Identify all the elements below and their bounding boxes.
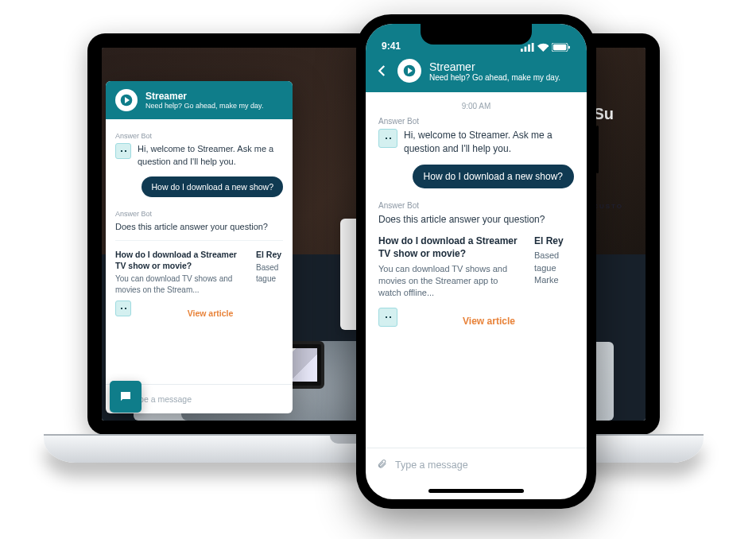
chat-subtitle: Need help? Go ahead, make my day. bbox=[145, 102, 263, 110]
phone-notch bbox=[421, 24, 532, 45]
bot-welcome-text: Hi, welcome to Streamer. Ask me a questi… bbox=[404, 129, 574, 157]
stage: to Streamer Su we help? CUSTO Troublesho… bbox=[0, 0, 756, 539]
bot-label: Answer Bot bbox=[115, 132, 283, 140]
article-snippet-2: Based tague Marke bbox=[534, 250, 574, 286]
cellular-icon bbox=[521, 43, 534, 52]
article-suggestion-row: How do I download a Streamer TV show or … bbox=[115, 240, 283, 296]
chat-header-text: Streamer Need help? Go ahead, make my da… bbox=[145, 91, 263, 110]
phone-chat-subtitle: Need help? Go ahead, make my day. bbox=[429, 73, 560, 82]
status-icons bbox=[521, 43, 571, 52]
svg-rect-3 bbox=[528, 45, 530, 52]
article-card-2[interactable]: El Rey Based tague bbox=[256, 249, 283, 296]
article-card-1[interactable]: How do I download a Streamer TV show or … bbox=[378, 235, 520, 300]
article-card-1[interactable]: How do I download a Streamer TV show or … bbox=[115, 249, 248, 296]
bot-followup-text: Does this article answer your question? bbox=[115, 221, 283, 234]
chat-body: Answer Bot Hi, welcome to Streamer. Ask … bbox=[106, 119, 293, 384]
svg-rect-4 bbox=[532, 43, 534, 52]
bot-message-row: Hi, welcome to Streamer. Ask me a questi… bbox=[115, 143, 283, 169]
bot-avatar-icon bbox=[378, 308, 397, 327]
phone-chat-message-input[interactable] bbox=[395, 460, 576, 471]
wifi-icon bbox=[537, 43, 549, 52]
brand-logo-icon bbox=[115, 89, 138, 111]
article-title: How do I download a Streamer TV show or … bbox=[115, 249, 248, 271]
chat-header: Streamer Need help? Go ahead, make my da… bbox=[106, 81, 293, 119]
svg-rect-1 bbox=[521, 48, 523, 52]
view-article-link[interactable]: View article bbox=[404, 316, 574, 327]
article-snippet: You can download TV shows and movies on … bbox=[378, 263, 520, 300]
article-title-2: El Rey bbox=[256, 249, 283, 260]
bot-label-2: Answer Bot bbox=[115, 210, 283, 218]
phone-chat-input-bar bbox=[366, 448, 587, 482]
chat-widget: Streamer Need help? Go ahead, make my da… bbox=[106, 81, 293, 413]
svg-rect-7 bbox=[568, 46, 570, 49]
thread-timestamp: 9:00 AM bbox=[378, 102, 574, 111]
status-time: 9:41 bbox=[382, 41, 401, 52]
view-article-row: View article bbox=[115, 301, 283, 321]
phone-device: 9:41 Streamer Need help? Go ahead, make … bbox=[356, 14, 596, 509]
bot-welcome-text: Hi, welcome to Streamer. Ask me a questi… bbox=[138, 143, 283, 169]
home-indicator[interactable] bbox=[366, 482, 587, 499]
article-title: How do I download a Streamer TV show or … bbox=[378, 235, 520, 260]
chat-message-input[interactable] bbox=[130, 394, 285, 404]
svg-rect-2 bbox=[525, 47, 527, 52]
bot-avatar-icon bbox=[378, 129, 397, 148]
article-title-2: El Rey bbox=[534, 235, 574, 247]
chat-launcher-button[interactable] bbox=[110, 381, 142, 413]
article-card-2[interactable]: El Rey Based tague Marke bbox=[534, 235, 574, 300]
view-article-link[interactable]: View article bbox=[138, 308, 283, 318]
article-suggestion-row[interactable]: How do I download a Streamer TV show or … bbox=[378, 235, 574, 300]
phone-chat-header: Streamer Need help? Go ahead, make my da… bbox=[366, 52, 587, 92]
bot-label-2: Answer Bot bbox=[378, 201, 574, 210]
phone-header-text: Streamer Need help? Go ahead, make my da… bbox=[429, 60, 560, 82]
section-label: CUSTO bbox=[593, 203, 623, 210]
view-article-row: View article bbox=[378, 308, 574, 330]
bot-message-row: Hi, welcome to Streamer. Ask me a questi… bbox=[378, 129, 574, 157]
svg-rect-6 bbox=[553, 45, 566, 50]
phone-screen: 9:41 Streamer Need help? Go ahead, make … bbox=[366, 24, 587, 499]
back-chevron-icon[interactable] bbox=[375, 64, 390, 78]
bot-avatar-icon bbox=[115, 301, 131, 316]
article-snippet: You can download TV shows and movies on … bbox=[115, 273, 248, 296]
bot-avatar-icon bbox=[115, 143, 131, 159]
brand-logo-icon bbox=[397, 59, 421, 83]
attachment-icon[interactable] bbox=[377, 458, 387, 472]
battery-icon bbox=[552, 43, 571, 52]
bot-label: Answer Bot bbox=[378, 117, 574, 126]
bot-followup-text: Does this article answer your question? bbox=[378, 213, 574, 227]
phone-chat-title: Streamer bbox=[429, 60, 560, 73]
user-message-bubble: How do I download a new show? bbox=[413, 165, 574, 188]
chat-title: Streamer bbox=[145, 91, 263, 102]
phone-chat-body: 9:00 AM Answer Bot Hi, welcome to Stream… bbox=[366, 92, 587, 448]
user-message-bubble: How do I download a new show? bbox=[142, 176, 283, 197]
article-snippet-2: Based tague bbox=[256, 262, 283, 285]
